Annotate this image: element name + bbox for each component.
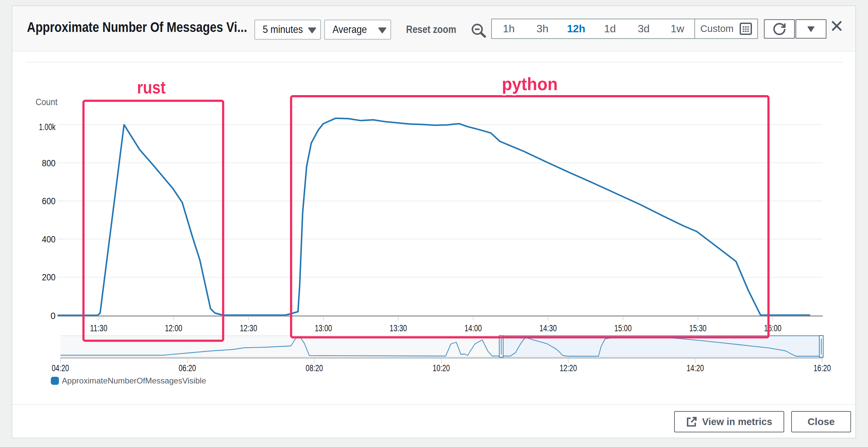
svg-text:400: 400	[42, 235, 56, 244]
svg-text:12:00: 12:00	[165, 323, 182, 333]
svg-text:Count: Count	[36, 97, 58, 107]
svg-text:06:20: 06:20	[179, 363, 196, 373]
svg-text:python: python	[502, 74, 558, 94]
svg-text:ApproximateNumberOfMessagesVis: ApproximateNumberOfMessagesVisible	[62, 376, 206, 385]
svg-text:14:20: 14:20	[687, 363, 704, 373]
svg-text:16:00: 16:00	[764, 323, 781, 333]
svg-text:04:20: 04:20	[52, 363, 69, 373]
svg-text:200: 200	[42, 272, 56, 282]
svg-text:14:00: 14:00	[465, 323, 482, 333]
svg-text:13:30: 13:30	[390, 323, 407, 333]
svg-text:1.00k: 1.00k	[39, 122, 56, 132]
svg-text:0: 0	[51, 311, 56, 321]
svg-text:800: 800	[42, 158, 56, 168]
svg-text:13:00: 13:00	[315, 323, 332, 333]
svg-text:600: 600	[42, 196, 56, 206]
svg-text:10:20: 10:20	[433, 363, 450, 373]
svg-text:08:20: 08:20	[306, 363, 323, 373]
svg-text:12:20: 12:20	[560, 363, 577, 373]
svg-text:12:30: 12:30	[240, 323, 257, 333]
svg-text:rust: rust	[137, 77, 166, 97]
svg-text:11:30: 11:30	[90, 323, 107, 333]
svg-text:14:30: 14:30	[539, 323, 557, 333]
svg-text:16:20: 16:20	[813, 363, 831, 373]
svg-text:15:00: 15:00	[614, 323, 631, 333]
svg-text:15:30: 15:30	[689, 323, 706, 333]
